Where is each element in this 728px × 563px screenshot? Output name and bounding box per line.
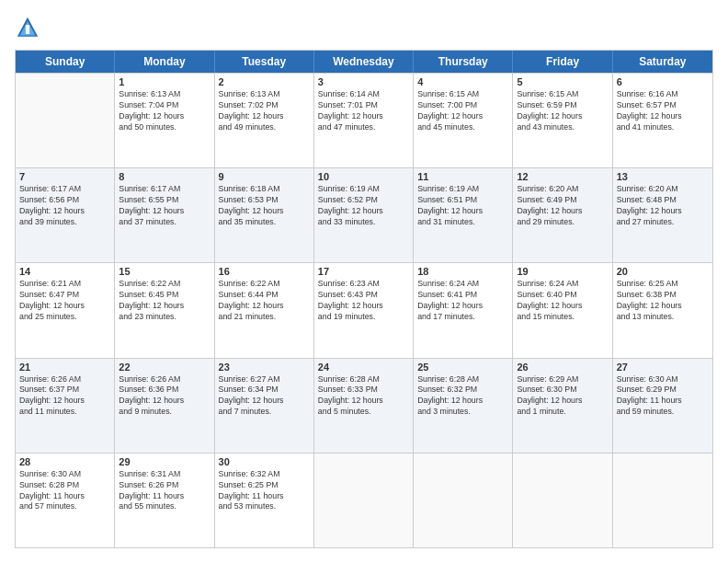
cell-info: Sunrise: 6:28 AM Sunset: 6:33 PM Dayligh… — [318, 374, 409, 419]
day-number: 30 — [219, 456, 310, 467]
day-number: 8 — [119, 171, 210, 182]
day-number: 5 — [517, 76, 608, 87]
calendar-cell — [613, 454, 712, 547]
day-number: 28 — [19, 456, 110, 467]
calendar-cell: 25Sunrise: 6:28 AM Sunset: 6:32 PM Dayli… — [414, 359, 513, 453]
calendar-week-row: 14Sunrise: 6:21 AM Sunset: 6:47 PM Dayli… — [16, 262, 712, 357]
calendar-cell: 5Sunrise: 6:15 AM Sunset: 6:59 PM Daylig… — [513, 74, 612, 167]
calendar-cell: 10Sunrise: 6:19 AM Sunset: 6:52 PM Dayli… — [314, 168, 414, 262]
day-number: 22 — [119, 362, 210, 373]
calendar-week-row: 21Sunrise: 6:26 AM Sunset: 6:37 PM Dayli… — [16, 358, 712, 453]
calendar-cell: 17Sunrise: 6:23 AM Sunset: 6:43 PM Dayli… — [314, 263, 414, 357]
cell-info: Sunrise: 6:23 AM Sunset: 6:43 PM Dayligh… — [318, 279, 409, 323]
calendar-cell: 23Sunrise: 6:27 AM Sunset: 6:34 PM Dayli… — [215, 359, 314, 453]
day-number: 15 — [119, 266, 210, 277]
day-number: 11 — [417, 171, 508, 182]
day-number: 20 — [617, 266, 709, 277]
calendar-cell — [314, 454, 414, 547]
calendar-week-row: 7Sunrise: 6:17 AM Sunset: 6:56 PM Daylig… — [16, 167, 712, 262]
cell-info: Sunrise: 6:30 AM Sunset: 6:28 PM Dayligh… — [19, 469, 110, 513]
calendar-body: 1Sunrise: 6:13 AM Sunset: 7:04 PM Daylig… — [16, 73, 712, 547]
calendar-cell: 29Sunrise: 6:31 AM Sunset: 6:26 PM Dayli… — [115, 454, 214, 547]
day-number: 24 — [318, 362, 409, 373]
calendar-header-cell: Saturday — [613, 51, 712, 73]
calendar-cell: 6Sunrise: 6:16 AM Sunset: 6:57 PM Daylig… — [613, 74, 712, 167]
day-number: 7 — [19, 171, 110, 182]
calendar-cell: 8Sunrise: 6:17 AM Sunset: 6:55 PM Daylig… — [115, 168, 214, 262]
calendar-header-cell: Wednesday — [314, 51, 414, 73]
cell-info: Sunrise: 6:20 AM Sunset: 6:49 PM Dayligh… — [517, 184, 608, 228]
calendar-cell: 22Sunrise: 6:26 AM Sunset: 6:36 PM Dayli… — [115, 359, 214, 453]
calendar-header: SundayMondayTuesdayWednesdayThursdayFrid… — [16, 51, 712, 73]
cell-info: Sunrise: 6:18 AM Sunset: 6:53 PM Dayligh… — [219, 184, 310, 228]
day-number: 25 — [417, 362, 508, 373]
cell-info: Sunrise: 6:16 AM Sunset: 6:57 PM Dayligh… — [617, 89, 709, 133]
cell-info: Sunrise: 6:13 AM Sunset: 7:04 PM Dayligh… — [119, 89, 210, 133]
cell-info: Sunrise: 6:30 AM Sunset: 6:29 PM Dayligh… — [617, 374, 709, 419]
cell-info: Sunrise: 6:17 AM Sunset: 6:56 PM Dayligh… — [19, 184, 110, 228]
calendar-header-cell: Sunday — [16, 51, 115, 73]
cell-info: Sunrise: 6:19 AM Sunset: 6:51 PM Dayligh… — [417, 184, 508, 228]
calendar-cell: 24Sunrise: 6:28 AM Sunset: 6:33 PM Dayli… — [314, 359, 414, 453]
calendar-week-row: 1Sunrise: 6:13 AM Sunset: 7:04 PM Daylig… — [16, 73, 712, 167]
cell-info: Sunrise: 6:19 AM Sunset: 6:52 PM Dayligh… — [318, 184, 409, 228]
cell-info: Sunrise: 6:15 AM Sunset: 7:00 PM Dayligh… — [417, 89, 508, 133]
cell-info: Sunrise: 6:28 AM Sunset: 6:32 PM Dayligh… — [417, 374, 508, 419]
day-number: 27 — [617, 362, 709, 373]
day-number: 16 — [219, 266, 310, 277]
cell-info: Sunrise: 6:24 AM Sunset: 6:40 PM Dayligh… — [517, 279, 608, 323]
calendar-cell: 7Sunrise: 6:17 AM Sunset: 6:56 PM Daylig… — [16, 168, 115, 262]
day-number: 10 — [318, 171, 409, 182]
day-number: 3 — [318, 76, 409, 87]
cell-info: Sunrise: 6:26 AM Sunset: 6:36 PM Dayligh… — [119, 374, 210, 419]
day-number: 6 — [617, 76, 709, 87]
calendar-cell: 30Sunrise: 6:32 AM Sunset: 6:25 PM Dayli… — [215, 454, 314, 547]
calendar-cell: 9Sunrise: 6:18 AM Sunset: 6:53 PM Daylig… — [215, 168, 314, 262]
calendar-cell: 12Sunrise: 6:20 AM Sunset: 6:49 PM Dayli… — [513, 168, 612, 262]
cell-info: Sunrise: 6:21 AM Sunset: 6:47 PM Dayligh… — [19, 279, 110, 323]
cell-info: Sunrise: 6:26 AM Sunset: 6:37 PM Dayligh… — [19, 374, 110, 419]
calendar-header-cell: Friday — [513, 51, 612, 73]
calendar-cell: 21Sunrise: 6:26 AM Sunset: 6:37 PM Dayli… — [16, 359, 115, 453]
cell-info: Sunrise: 6:25 AM Sunset: 6:38 PM Dayligh… — [617, 279, 709, 323]
calendar-week-row: 28Sunrise: 6:30 AM Sunset: 6:28 PM Dayli… — [16, 453, 712, 547]
day-number: 4 — [417, 76, 508, 87]
calendar-cell: 16Sunrise: 6:22 AM Sunset: 6:44 PM Dayli… — [215, 263, 314, 357]
day-number: 14 — [19, 266, 110, 277]
cell-info: Sunrise: 6:14 AM Sunset: 7:01 PM Dayligh… — [318, 89, 409, 133]
cell-info: Sunrise: 6:29 AM Sunset: 6:30 PM Dayligh… — [517, 374, 608, 419]
day-number: 1 — [119, 76, 210, 87]
calendar-cell — [16, 74, 115, 167]
calendar-cell: 27Sunrise: 6:30 AM Sunset: 6:29 PM Dayli… — [613, 359, 712, 453]
cell-info: Sunrise: 6:22 AM Sunset: 6:44 PM Dayligh… — [219, 279, 310, 323]
svg-rect-2 — [26, 25, 29, 34]
day-number: 17 — [318, 266, 409, 277]
calendar-header-cell: Tuesday — [215, 51, 314, 73]
day-number: 19 — [517, 266, 608, 277]
calendar-cell — [414, 454, 513, 547]
cell-info: Sunrise: 6:15 AM Sunset: 6:59 PM Dayligh… — [517, 89, 608, 133]
cell-info: Sunrise: 6:32 AM Sunset: 6:25 PM Dayligh… — [219, 469, 310, 513]
calendar-cell: 19Sunrise: 6:24 AM Sunset: 6:40 PM Dayli… — [513, 263, 612, 357]
calendar: SundayMondayTuesdayWednesdayThursdayFrid… — [15, 50, 713, 548]
day-number: 21 — [19, 362, 110, 373]
cell-info: Sunrise: 6:13 AM Sunset: 7:02 PM Dayligh… — [219, 89, 310, 133]
calendar-header-cell: Thursday — [414, 51, 513, 73]
cell-info: Sunrise: 6:31 AM Sunset: 6:26 PM Dayligh… — [119, 469, 210, 513]
day-number: 26 — [517, 362, 608, 373]
calendar-cell: 18Sunrise: 6:24 AM Sunset: 6:41 PM Dayli… — [414, 263, 513, 357]
cell-info: Sunrise: 6:24 AM Sunset: 6:41 PM Dayligh… — [417, 279, 508, 323]
calendar-cell: 13Sunrise: 6:20 AM Sunset: 6:48 PM Dayli… — [613, 168, 712, 262]
page-header — [15, 15, 713, 40]
calendar-cell: 2Sunrise: 6:13 AM Sunset: 7:02 PM Daylig… — [215, 74, 314, 167]
day-number: 9 — [219, 171, 310, 182]
cell-info: Sunrise: 6:22 AM Sunset: 6:45 PM Dayligh… — [119, 279, 210, 323]
calendar-cell: 15Sunrise: 6:22 AM Sunset: 6:45 PM Dayli… — [115, 263, 214, 357]
day-number: 23 — [219, 362, 310, 373]
logo-icon — [15, 15, 40, 40]
day-number: 18 — [417, 266, 508, 277]
calendar-cell: 20Sunrise: 6:25 AM Sunset: 6:38 PM Dayli… — [613, 263, 712, 357]
cell-info: Sunrise: 6:20 AM Sunset: 6:48 PM Dayligh… — [617, 184, 709, 228]
calendar-cell: 26Sunrise: 6:29 AM Sunset: 6:30 PM Dayli… — [513, 359, 612, 453]
calendar-cell: 4Sunrise: 6:15 AM Sunset: 7:00 PM Daylig… — [414, 74, 513, 167]
